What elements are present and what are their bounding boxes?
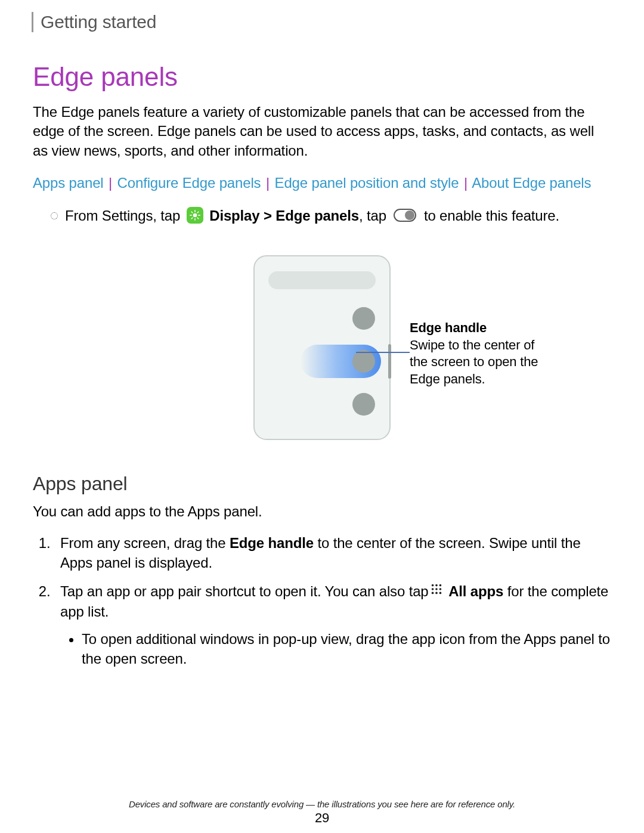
- display-icon: [187, 207, 203, 224]
- nav-separator: |: [464, 175, 467, 191]
- phone-header-bar: [268, 271, 376, 289]
- callout-line: [356, 352, 410, 353]
- app-dot: [352, 307, 375, 330]
- instruction-text: , tap: [359, 208, 390, 224]
- list-item: From any screen, drag the Edge handle to…: [54, 534, 611, 572]
- step-text: Tap an app or app pair shortcut to open …: [60, 583, 429, 599]
- svg-point-15: [431, 592, 434, 594]
- svg-point-13: [435, 589, 438, 591]
- section-heading: Apps panel: [33, 473, 611, 495]
- link-about-edge[interactable]: About Edge panels: [472, 175, 591, 191]
- page-title: Edge panels: [33, 62, 611, 92]
- app-dot: [352, 393, 375, 416]
- step-text: From any screen, drag the: [60, 535, 230, 551]
- edge-handle-indicator: [388, 344, 391, 379]
- phone-illustration: [253, 255, 391, 440]
- svg-line-7: [191, 218, 193, 219]
- section-intro: You can add apps to the Apps panel.: [33, 502, 611, 521]
- intro-text: The Edge panels feature a variety of cus…: [33, 103, 611, 160]
- breadcrumb: Getting started: [41, 12, 611, 32]
- list-item: To open additional windows in pop-up vie…: [82, 630, 611, 668]
- link-apps-panel[interactable]: Apps panel: [33, 175, 104, 191]
- svg-point-17: [439, 592, 441, 594]
- step-bold: All apps: [445, 583, 504, 599]
- callout-title: Edge handle: [410, 320, 487, 335]
- section-nav: Apps panel | Configure Edge panels | Edg…: [33, 174, 611, 193]
- instruction-bold: Display > Edge panels: [206, 208, 359, 224]
- toggle-icon: [394, 209, 416, 222]
- callout-body: Swipe to the center of the screen to ope…: [410, 337, 538, 386]
- svg-point-14: [439, 589, 441, 591]
- svg-line-6: [197, 218, 199, 219]
- instruction-text: From Settings, tap: [65, 208, 184, 224]
- list-item: Tap an app or app pair shortcut to open …: [54, 582, 611, 668]
- link-edge-position[interactable]: Edge panel position and style: [275, 175, 459, 191]
- steps-list: From any screen, drag the Edge handle to…: [54, 534, 611, 668]
- svg-point-10: [435, 584, 438, 587]
- app-dot-active: [352, 350, 375, 373]
- svg-point-0: [193, 213, 197, 218]
- all-apps-icon: [430, 581, 443, 600]
- svg-point-11: [439, 584, 441, 587]
- footer-note: Devices and software are constantly evol…: [0, 799, 644, 809]
- instruction-text: to enable this feature.: [420, 208, 559, 224]
- svg-point-12: [431, 589, 434, 591]
- svg-line-8: [197, 212, 199, 213]
- callout-text: Edge handle Swipe to the center of the s…: [410, 320, 541, 388]
- page-number: 29: [0, 810, 644, 826]
- svg-point-16: [435, 592, 438, 594]
- svg-point-9: [431, 584, 434, 587]
- svg-line-5: [191, 212, 193, 213]
- nav-separator: |: [109, 175, 112, 191]
- link-configure-edge[interactable]: Configure Edge panels: [117, 175, 261, 191]
- bullet-icon: [51, 212, 58, 219]
- nav-separator: |: [266, 175, 270, 191]
- sub-list: To open additional windows in pop-up vie…: [82, 630, 611, 668]
- instruction-row: From Settings, tap Display > Edge panels…: [51, 206, 611, 225]
- step-bold: Edge handle: [230, 535, 314, 551]
- edge-panel-diagram: Edge handle Swipe to the center of the s…: [33, 249, 611, 446]
